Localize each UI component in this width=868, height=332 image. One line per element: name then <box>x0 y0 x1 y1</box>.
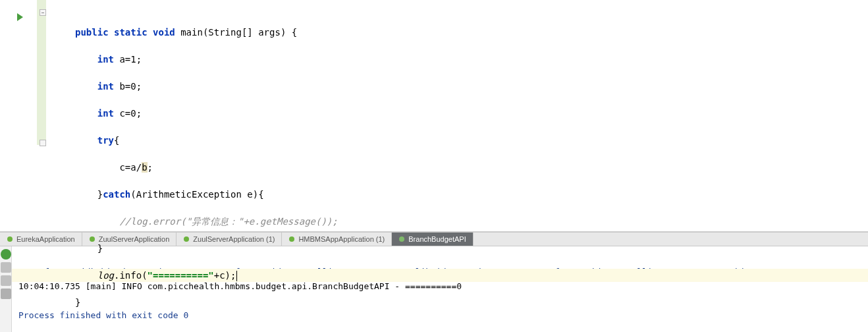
editor-gutter <box>0 0 38 231</box>
rerun-button[interactable] <box>1 249 11 260</box>
code-line: c=a/b; <box>75 161 868 175</box>
console-toolbar <box>0 246 12 332</box>
code-line: //log.error("异常信息："+e.getMessage()); <box>75 215 868 229</box>
stop-button[interactable] <box>1 262 11 273</box>
tab-eureka[interactable]: EurekaApplication <box>0 233 82 246</box>
code-line: int a=1; <box>75 53 868 67</box>
spring-boot-icon <box>7 236 13 242</box>
code-line: }catch(ArithmeticException e){ <box>75 188 868 202</box>
code-line: } <box>75 242 868 256</box>
code-line: } <box>75 296 868 310</box>
code-line: int c=0; <box>75 107 868 121</box>
code-line: public static void main(String[] args) { <box>75 26 868 40</box>
code-line-current: log.info("=========="+c); <box>75 269 868 283</box>
run-gutter-icon[interactable] <box>17 13 23 21</box>
code-line <box>75 323 868 333</box>
tab-label: EurekaApplication <box>16 235 75 243</box>
svg-point-0 <box>7 236 13 242</box>
editor-area: public static void main(String[] args) {… <box>0 0 868 232</box>
settings-button[interactable] <box>1 289 11 299</box>
code-editor[interactable]: public static void main(String[] args) {… <box>38 0 868 231</box>
text-caret <box>236 271 237 281</box>
code-line: int b=0; <box>75 80 868 94</box>
code-line: try{ <box>75 134 868 148</box>
toggle-button[interactable] <box>1 275 11 286</box>
